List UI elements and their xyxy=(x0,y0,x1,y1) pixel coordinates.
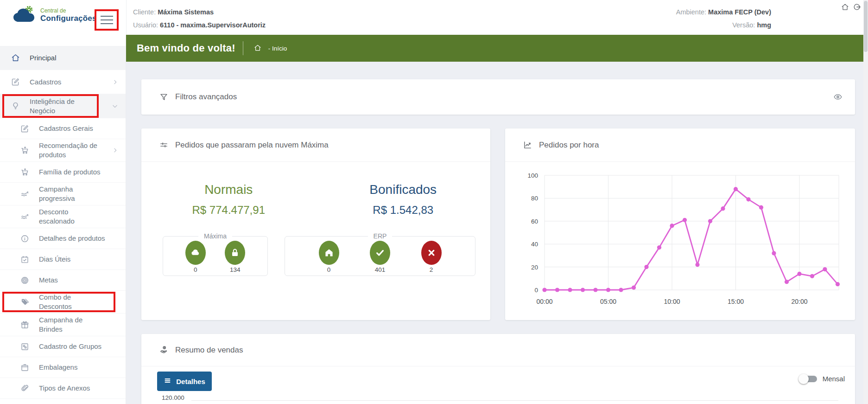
status-home-indicator: 0 xyxy=(319,241,339,273)
home-icon[interactable] xyxy=(841,2,849,14)
sales-summary-title: Resumo de vendas xyxy=(175,346,243,355)
home-icon xyxy=(319,241,339,265)
sales-chart-gridline xyxy=(191,400,838,401)
bonus-orders-value: R$ 1.542,83 xyxy=(316,204,491,217)
sidebar-item-cadastro-de-grupos[interactable]: Cadastro de Grupos xyxy=(0,336,126,357)
waves-icon xyxy=(19,189,30,199)
maxima-status-row: 0134 xyxy=(166,241,265,273)
sidebar-item-label: Metas xyxy=(39,276,105,285)
scrollbar-thumb[interactable] xyxy=(864,1,868,52)
erp-status-row: 04012 xyxy=(288,241,472,273)
sidebar-item-combo-de-descontos[interactable]: Combo de Descontos xyxy=(0,291,126,314)
normal-orders-label: Normais xyxy=(141,182,316,197)
details-button[interactable]: Detalhes xyxy=(157,372,212,391)
sidebar-item-desconto-escalonado[interactable]: Desconto escalonado xyxy=(0,205,126,228)
sidebar-item-label: Tipos de Anexos xyxy=(39,384,105,393)
sidebar-item-cadastros-gerais[interactable]: Cadastros Gerais xyxy=(0,118,126,139)
orders-card-header: Pedidos que passaram pela nuvem Máxima xyxy=(141,128,490,162)
logout-icon[interactable] xyxy=(852,2,862,14)
sidebar-item-label: Desconto escalonado xyxy=(39,207,105,226)
paperclip-icon xyxy=(19,383,30,393)
sales-chart-axis-tick: 120.000 xyxy=(162,394,184,401)
status-count: 401 xyxy=(370,266,390,273)
erp-group-legend: ERP xyxy=(368,232,393,240)
status-count: 134 xyxy=(225,266,245,273)
chart-card-title: Pedidos por hora xyxy=(539,141,599,150)
sidebar-item-campanha-de-brindes[interactable]: Campanha de Brindes xyxy=(0,314,126,336)
breadcrumb[interactable]: - Início xyxy=(253,44,287,53)
corner-actions xyxy=(841,2,862,14)
monthly-toggle[interactable] xyxy=(800,376,817,382)
orders-card: Pedidos que passaram pela nuvem Máxima N… xyxy=(141,128,490,320)
client-label: Cliente: xyxy=(133,8,156,16)
toggle-knob xyxy=(798,374,809,384)
sidebar-item-tipos-de-anexos[interactable]: Tipos de Anexos xyxy=(0,378,126,399)
sidebar-item-metas[interactable]: Metas xyxy=(0,270,126,291)
status-check-indicator: 401 xyxy=(370,241,390,273)
calendar-check-icon xyxy=(19,254,30,264)
sidebar-item-label: Cadastros xyxy=(30,77,97,87)
waves-icon xyxy=(19,212,30,222)
funnel-icon xyxy=(159,92,169,102)
session-client-info: Cliente: Máxima Sistemas Usuário: 6110 -… xyxy=(133,6,266,32)
svg-text:20: 20 xyxy=(531,264,538,271)
header-divider xyxy=(126,0,127,35)
tags-icon xyxy=(19,297,30,307)
sidebar-item-principal[interactable]: Principal xyxy=(0,46,126,70)
sidebar-item-inteligencia-de-negocio[interactable]: Inteligência de Negócio xyxy=(0,94,126,118)
sidebar-item-recomendacao-de-produtos[interactable]: Recomendação de produtos xyxy=(0,139,126,162)
banner-divider xyxy=(243,41,243,55)
welcome-title: Bem vindo de volta! xyxy=(137,42,235,54)
client-value: Máxima Sistemas xyxy=(158,8,214,16)
sidebar-item-embalagens[interactable]: Embalagens xyxy=(0,357,126,378)
sidebar-item-label: Dias Úteis xyxy=(39,255,105,264)
cloud-gear-logo-icon xyxy=(12,5,36,26)
chart-card-header: Pedidos por hora xyxy=(505,128,855,162)
status-count: 0 xyxy=(185,266,206,273)
environment-value: Maxima FECP (Dev) xyxy=(708,8,771,16)
sliders-icon xyxy=(159,140,169,150)
sales-summary-panel: Resumo de vendas Detalhes 120.000 Mensal xyxy=(141,334,855,404)
sidebar-item-label: Campanha de Brindes xyxy=(39,315,105,334)
sidebar-item-label: Principal xyxy=(30,53,97,63)
bonus-orders-label: Bonificados xyxy=(316,182,491,197)
status-count: 2 xyxy=(421,266,442,273)
sidebar-item-cadastros[interactable]: Cadastros xyxy=(0,70,126,94)
page-scrollbar[interactable] xyxy=(863,0,868,404)
sidebar-item-campanha-progressiva[interactable]: Campanha progressiva xyxy=(0,183,126,205)
eye-icon[interactable] xyxy=(833,92,843,102)
svg-text:00:00: 00:00 xyxy=(536,298,552,305)
app: Central de Configurações Cliente: Máxima… xyxy=(0,0,868,404)
top-bar: Central de Configurações Cliente: Máxima… xyxy=(0,0,868,35)
sidebar-item-familia-de-produtos[interactable]: Família de produtos xyxy=(0,162,126,183)
cloud-icon xyxy=(185,241,206,265)
sidebar-item-label: Recomendação de produtos xyxy=(39,141,105,160)
sidebar-item-dias-uteis[interactable]: Dias Úteis xyxy=(0,249,126,270)
chevron-right-icon xyxy=(112,79,118,85)
chart-body: 02040608010000:0005:0010:0015:0020:00 xyxy=(505,162,855,320)
sidebar-item-detalhes-de-produtos[interactable]: Detalhes de produtos xyxy=(0,228,126,249)
home-icon xyxy=(10,53,20,63)
status-count: 0 xyxy=(319,266,339,273)
logo-text: Central de Configurações xyxy=(40,7,97,23)
user-value: 6110 - maxima.SupervisorAutoriz xyxy=(160,21,266,29)
normal-orders-value: R$ 774.477,91 xyxy=(141,204,316,217)
sidebar-item-label: Detalhes de produtos xyxy=(39,234,105,243)
monthly-toggle-label: Mensal xyxy=(823,375,845,383)
svg-text:15:00: 15:00 xyxy=(728,298,744,305)
breadcrumb-label: - Início xyxy=(268,45,287,52)
svg-text:100: 100 xyxy=(527,172,538,179)
advanced-filters-panel: Filtros avançados xyxy=(141,79,855,115)
maxima-group-legend: Máxima xyxy=(198,232,232,240)
svg-text:40: 40 xyxy=(531,241,538,248)
sidebar-item-label: Família de produtos xyxy=(39,167,105,177)
edit-icon xyxy=(19,123,30,134)
target-icon xyxy=(19,275,30,285)
svg-text:20:00: 20:00 xyxy=(791,298,807,305)
svg-text:10:00: 10:00 xyxy=(664,298,680,305)
app-logo[interactable]: Central de Configurações xyxy=(12,5,97,26)
info-icon xyxy=(19,233,30,244)
sidebar: PrincipalCadastrosInteligência de Negóci… xyxy=(0,35,126,404)
sidebar-toggle-button[interactable] xyxy=(95,9,119,31)
sidebar-item-label: Embalagens xyxy=(39,363,105,372)
